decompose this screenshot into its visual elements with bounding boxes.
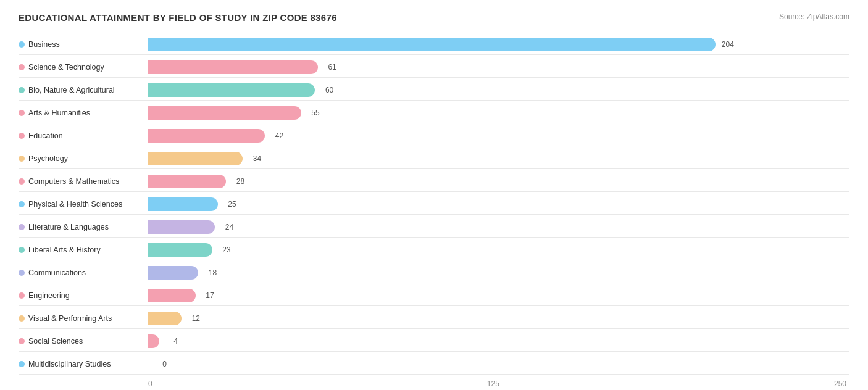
bar-label-text: Multidisciplinary Studies: [28, 360, 111, 368]
bar-label: Arts & Humanities: [19, 109, 148, 117]
bar: 34: [148, 152, 243, 165]
bar: 55: [148, 106, 301, 120]
bar: 23: [148, 243, 212, 257]
bar-label-text: Physical & Health Sciences: [28, 200, 122, 209]
dot-icon: [19, 270, 25, 276]
bar-container: 34: [148, 152, 849, 165]
bar-row: Computers & Mathematics28: [19, 171, 849, 192]
bar-value-label: 60: [325, 86, 333, 94]
bar-row: Liberal Arts & History23: [19, 239, 849, 260]
x-axis-label: 250: [834, 380, 846, 388]
bar-label: Education: [19, 131, 148, 140]
bar-row: Physical & Health Sciences25: [19, 194, 849, 215]
bar-value-label: 4: [173, 337, 178, 346]
bar-value-label: 24: [225, 223, 233, 231]
bar-label-text: Computers & Mathematics: [28, 177, 119, 186]
bar-value-label: 23: [222, 246, 230, 254]
bar-row: Business204: [19, 34, 849, 55]
bar-label: Literature & Languages: [19, 223, 148, 231]
dot-icon: [19, 110, 25, 116]
bar-row: Social Sciences4: [19, 331, 849, 352]
bar-value-label: 204: [722, 40, 734, 49]
bar-container: 18: [148, 266, 849, 280]
bar-value-label: 42: [275, 131, 283, 140]
bar-container: 0: [148, 357, 849, 371]
bar-row: Science & Technology61: [19, 57, 849, 78]
bar-row: Visual & Performing Arts12: [19, 308, 849, 329]
bar-container: 28: [148, 175, 849, 188]
bar-label: Psychology: [19, 154, 148, 163]
dot-icon: [19, 178, 25, 185]
dot-icon: [19, 315, 25, 322]
bar-label: Science & Technology: [19, 63, 148, 72]
bar-container: 25: [148, 197, 849, 211]
dot-icon: [19, 64, 25, 70]
bar-label: Physical & Health Sciences: [19, 200, 148, 209]
bar: 28: [148, 175, 226, 188]
bar-label: Social Sciences: [19, 337, 148, 346]
bar-label-text: Engineering: [28, 291, 70, 300]
bar-label-text: Social Sciences: [28, 337, 83, 346]
bar-value-label: 61: [328, 63, 336, 72]
chart-title: EDUCATIONAL ATTAINMENT BY FIELD OF STUDY…: [19, 12, 337, 23]
dot-icon: [19, 247, 25, 253]
bar-container: 17: [148, 289, 849, 302]
bar-value-label: 28: [236, 177, 244, 186]
bar-value-label: 17: [206, 291, 214, 300]
bar: 18: [148, 266, 198, 280]
bar-label-text: Bio, Nature & Agricultural: [28, 86, 115, 94]
dot-icon: [19, 292, 25, 299]
x-axis-label: 125: [487, 380, 499, 388]
bar-label: Communications: [19, 268, 148, 277]
bar-label: Computers & Mathematics: [19, 177, 148, 186]
bar: 60: [148, 83, 315, 97]
source-label: Source: ZipAtlas.com: [779, 12, 849, 21]
bar-label-text: Business: [28, 40, 60, 49]
bar-label: Liberal Arts & History: [19, 246, 148, 254]
dot-icon: [19, 156, 25, 162]
bar-label-text: Education: [28, 131, 63, 140]
bar-row: Bio, Nature & Agricultural60: [19, 80, 849, 101]
bar-label-text: Arts & Humanities: [28, 109, 90, 117]
bar-container: 60: [148, 83, 849, 97]
bar: 61: [148, 60, 318, 74]
bar-container: 24: [148, 220, 849, 234]
bar-row: Multidisciplinary Studies0: [19, 354, 849, 375]
bar-row: Engineering17: [19, 285, 849, 306]
bar-container: 42: [148, 129, 849, 143]
bar-label: Engineering: [19, 291, 148, 300]
bar-value-label: 25: [228, 200, 236, 209]
bar: 12: [148, 312, 182, 325]
bar-container: 61: [148, 60, 849, 74]
dot-icon: [19, 361, 25, 367]
bar-label: Business: [19, 40, 148, 49]
bar-label: Multidisciplinary Studies: [19, 360, 148, 368]
bar: 17: [148, 289, 196, 302]
bar-container: 4: [148, 334, 849, 348]
bar-row: Literature & Languages24: [19, 217, 849, 238]
bar-value-label: 0: [162, 360, 167, 368]
bar-label-text: Psychology: [28, 154, 68, 163]
bar-container: 23: [148, 243, 849, 257]
bar-label: Visual & Performing Arts: [19, 314, 148, 323]
bar: 24: [148, 220, 215, 234]
dot-icon: [19, 41, 25, 48]
bar-label-text: Literature & Languages: [28, 223, 109, 231]
bar-row: Psychology34: [19, 148, 849, 169]
bar-label-text: Visual & Performing Arts: [28, 314, 112, 323]
bar-label-text: Communications: [28, 268, 86, 277]
bar-container: 204: [148, 38, 849, 51]
dot-icon: [19, 338, 25, 344]
bar-value-label: 12: [192, 314, 200, 323]
bar-row: Education42: [19, 125, 849, 146]
bar-label-text: Liberal Arts & History: [28, 246, 101, 254]
bar: 204: [148, 38, 716, 51]
bar-row: Arts & Humanities55: [19, 102, 849, 123]
bar-row: Communications18: [19, 262, 849, 283]
bar: 25: [148, 197, 218, 211]
dot-icon: [19, 133, 25, 139]
bar: 42: [148, 129, 265, 143]
dot-icon: [19, 201, 25, 207]
bar-value-label: 34: [253, 154, 261, 163]
dot-icon: [19, 87, 25, 93]
